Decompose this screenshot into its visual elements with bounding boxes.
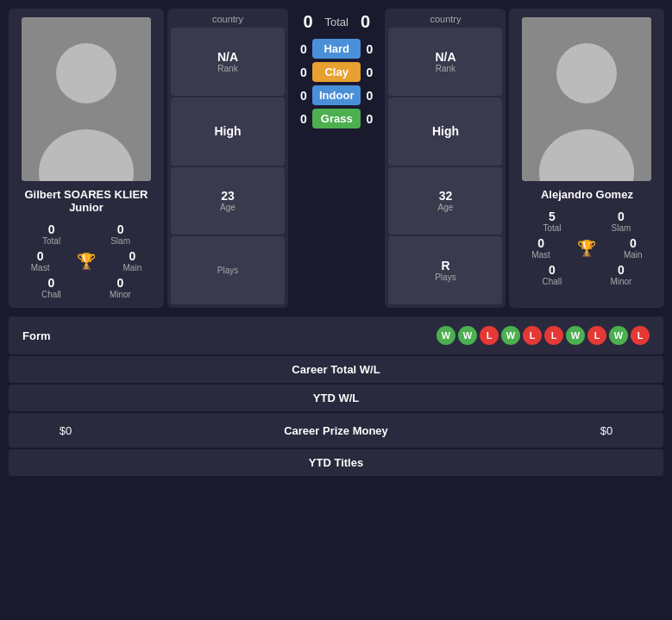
player2-age-cell: 32 Age bbox=[388, 167, 502, 235]
form-badges: WWLWLLWLWL bbox=[98, 326, 650, 345]
player1-plays-cell: Plays bbox=[171, 236, 285, 304]
player2-chall: 0 Chall bbox=[542, 263, 562, 286]
career-total-row: Career Total W/L bbox=[9, 356, 663, 383]
player2-info-panel: country N/A Rank High 32 Age R Plays bbox=[385, 9, 506, 308]
player2-avatar bbox=[522, 17, 651, 181]
player2-country-label: country bbox=[388, 12, 502, 26]
career-prize-label: Career Prize Money bbox=[109, 424, 563, 437]
grass-badge: Grass bbox=[312, 109, 361, 128]
form-badge-l: L bbox=[631, 326, 650, 345]
player2-rank-cell: N/A Rank bbox=[388, 28, 502, 96]
player2-slam: 0 Slam bbox=[612, 210, 631, 233]
main-container: Gilbert SOARES KLIER Junior 0 Total 0 Sl… bbox=[0, 0, 672, 485]
ytd-wl-row: YTD W/L bbox=[9, 385, 663, 411]
player1-slam: 0 Slam bbox=[110, 222, 130, 246]
center-total-row: 0 Total 0 bbox=[295, 9, 378, 35]
surface-indoor-row: 0 Indoor 0 bbox=[295, 85, 378, 105]
player2-total: 5 Total bbox=[543, 210, 561, 233]
player2-card: Alejandro Gomez 5 Total 0 Slam 0 Mast bbox=[509, 9, 664, 308]
form-label: Form bbox=[22, 329, 91, 342]
player2-stat-row-2: 0 Mast 🏆 0 Main bbox=[518, 236, 656, 260]
career-prize-row: $0 Career Prize Money $0 bbox=[9, 413, 663, 448]
center-section: 0 Total 0 0 Hard 0 0 Clay 0 0 bbox=[292, 9, 381, 308]
player1-mast: 0 Mast bbox=[31, 249, 50, 272]
player1-stat-row-1: 0 Total 0 Slam bbox=[17, 222, 155, 246]
prize-right: $0 bbox=[563, 424, 650, 437]
player2-stats: 5 Total 0 Slam 0 Mast 🏆 0 bbox=[518, 210, 656, 286]
player1-chall: 0 Chall bbox=[41, 276, 61, 299]
form-row: Form WWLWLLWLWL bbox=[9, 316, 663, 354]
player2-main: 0 Main bbox=[624, 236, 643, 260]
prize-left: $0 bbox=[22, 424, 109, 437]
surface-grass-row: 0 Grass 0 bbox=[295, 109, 378, 128]
indoor-badge: Indoor bbox=[312, 85, 361, 105]
player2-minor: 0 Minor bbox=[610, 263, 631, 286]
form-badge-l: L bbox=[587, 326, 606, 345]
clay-badge: Clay bbox=[312, 62, 361, 82]
player1-name: Gilbert SOARES KLIER Junior bbox=[17, 188, 155, 214]
player1-rank-cell: N/A Rank bbox=[171, 28, 285, 96]
player2-stat-row-1: 5 Total 0 Slam bbox=[518, 210, 656, 233]
player1-country-label: country bbox=[171, 12, 285, 26]
svg-point-1 bbox=[56, 43, 116, 103]
surface-hard-row: 0 Hard 0 bbox=[295, 39, 378, 59]
form-badge-w: W bbox=[436, 326, 455, 345]
form-badge-w: W bbox=[458, 326, 477, 345]
player1-card: Gilbert SOARES KLIER Junior 0 Total 0 Sl… bbox=[9, 9, 164, 308]
player1-total: 0 Total bbox=[42, 222, 60, 246]
hard-badge: Hard bbox=[312, 39, 361, 59]
player2-name: Alejandro Gomez bbox=[541, 188, 633, 201]
player1-minor: 0 Minor bbox=[110, 276, 131, 299]
form-badge-w: W bbox=[609, 326, 628, 345]
form-badge-l: L bbox=[544, 326, 563, 345]
middle-section: country N/A Rank High 23 Age Plays bbox=[164, 9, 509, 308]
form-badge-l: L bbox=[523, 326, 542, 345]
player1-main: 0 Main bbox=[123, 249, 142, 272]
player2-mast: 0 Mast bbox=[531, 236, 550, 260]
player1-info-panel: country N/A Rank High 23 Age Plays bbox=[167, 9, 288, 308]
surface-clay-row: 0 Clay 0 bbox=[295, 62, 378, 82]
player2-plays-cell: R Plays bbox=[388, 236, 502, 304]
player1-stat-row-3: 0 Chall 0 Minor bbox=[17, 276, 155, 299]
player1-high-cell: High bbox=[171, 97, 285, 166]
player1-stat-row-2: 0 Mast 🏆 0 Main bbox=[17, 249, 155, 272]
ytd-titles-row: YTD Titles bbox=[9, 449, 663, 476]
top-section: Gilbert SOARES KLIER Junior 0 Total 0 Sl… bbox=[9, 9, 663, 308]
bottom-section: Form WWLWLLWLWL Career Total W/L YTD W/L… bbox=[9, 316, 663, 476]
trophy-icon-1: 🏆 bbox=[77, 252, 96, 271]
player1-avatar bbox=[22, 17, 151, 181]
form-badge-w: W bbox=[501, 326, 520, 345]
form-badge-l: L bbox=[480, 326, 499, 345]
player2-high-cell: High bbox=[388, 97, 502, 166]
svg-point-4 bbox=[556, 43, 617, 103]
trophy-icon-2: 🏆 bbox=[577, 239, 596, 258]
form-badge-w: W bbox=[566, 326, 585, 345]
player2-stat-row-3: 0 Chall 0 Minor bbox=[518, 263, 656, 286]
player1-stats: 0 Total 0 Slam 0 Mast 🏆 0 bbox=[17, 222, 155, 299]
player1-age-cell: 23 Age bbox=[171, 167, 285, 235]
